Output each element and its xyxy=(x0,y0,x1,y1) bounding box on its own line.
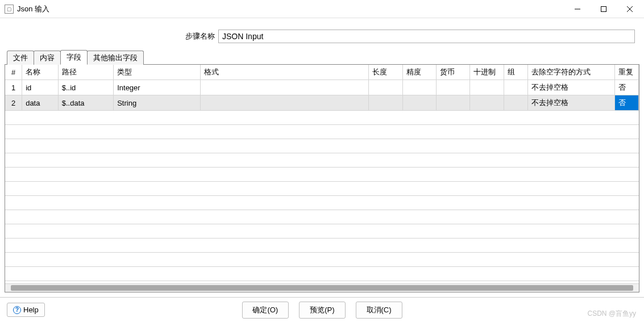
cell-num[interactable]: 1 xyxy=(5,80,22,95)
step-name-row: 步骤名称 xyxy=(5,20,639,51)
table-row[interactable]: 2 data $..data String 不去掉空格 否 xyxy=(5,95,639,111)
header-decimal[interactable]: 十进制 xyxy=(470,65,504,80)
tab-file[interactable]: 文件 xyxy=(7,51,34,65)
title-left: ▢ Json 输入 xyxy=(5,4,49,14)
minimize-button[interactable] xyxy=(564,1,591,18)
table-empty-area[interactable] xyxy=(5,111,639,283)
cell-currency[interactable] xyxy=(436,95,470,111)
cell-type[interactable]: Integer xyxy=(114,80,201,95)
fields-table[interactable]: # 名称 路径 类型 格式 长度 精度 货币 十进制 组 去除空字符的方式 重复… xyxy=(5,65,639,111)
preview-button[interactable]: 预览(P) xyxy=(299,302,345,319)
cell-name[interactable]: data xyxy=(22,95,59,111)
close-icon xyxy=(627,6,633,12)
cell-precision[interactable] xyxy=(402,80,436,95)
cell-path[interactable]: $..data xyxy=(58,95,113,111)
cell-decimal[interactable] xyxy=(470,80,504,95)
cell-group[interactable] xyxy=(504,95,527,111)
header-group[interactable]: 组 xyxy=(504,65,527,80)
maximize-icon xyxy=(601,6,606,12)
app-icon: ▢ xyxy=(5,5,14,14)
ok-button[interactable]: 确定(O) xyxy=(242,302,289,319)
minimize-icon xyxy=(575,6,580,12)
cell-repeat[interactable]: 否 xyxy=(614,95,638,111)
header-precision[interactable]: 精度 xyxy=(402,65,436,80)
tab-strip: 文件 内容 字段 其他输出字段 xyxy=(5,51,639,65)
cell-precision[interactable] xyxy=(402,95,436,111)
cell-format[interactable] xyxy=(200,95,369,111)
cell-currency[interactable] xyxy=(436,80,470,95)
cell-group[interactable] xyxy=(504,80,527,95)
cell-name[interactable]: id xyxy=(22,80,59,95)
table-row[interactable]: 1 id $..id Integer 不去掉空格 否 xyxy=(5,80,639,95)
bottom-bar: ? Help 确定(O) 预览(P) 取消(C) CSDN @盲鱼yy xyxy=(0,297,644,322)
horizontal-scrollbar-thumb[interactable] xyxy=(11,285,633,291)
window-title: Json 输入 xyxy=(17,4,49,14)
horizontal-scrollbar[interactable] xyxy=(5,283,639,292)
dialog-content: 步骤名称 文件 内容 字段 其他输出字段 # 名称 路径 类型 格式 长度 精度… xyxy=(0,18,644,297)
step-name-input[interactable] xyxy=(218,30,635,43)
cell-trim[interactable]: 不去掉空格 xyxy=(527,95,614,111)
title-bar: ▢ Json 输入 xyxy=(0,0,644,18)
help-icon: ? xyxy=(13,306,21,314)
header-trim[interactable]: 去除空字符的方式 xyxy=(527,65,614,80)
cell-trim[interactable]: 不去掉空格 xyxy=(527,80,614,95)
tab-content[interactable]: 内容 xyxy=(34,51,61,65)
header-length[interactable]: 长度 xyxy=(369,65,402,80)
center-buttons: 确定(O) 预览(P) 取消(C) xyxy=(242,302,402,319)
cell-path[interactable]: $..id xyxy=(58,80,113,95)
cell-length[interactable] xyxy=(369,80,402,95)
tab-other-output[interactable]: 其他输出字段 xyxy=(87,51,144,65)
help-label: Help xyxy=(23,306,39,314)
step-name-label: 步骤名称 xyxy=(9,31,215,41)
watermark: CSDN @盲鱼yy xyxy=(587,309,636,319)
cell-num[interactable]: 2 xyxy=(5,95,22,111)
cancel-button[interactable]: 取消(C) xyxy=(356,302,402,319)
header-format[interactable]: 格式 xyxy=(200,65,369,80)
cell-type[interactable]: String xyxy=(114,95,201,111)
close-button[interactable] xyxy=(617,1,643,18)
window-controls xyxy=(564,1,643,18)
fields-table-wrapper: # 名称 路径 类型 格式 长度 精度 货币 十进制 组 去除空字符的方式 重复… xyxy=(5,65,639,292)
header-num[interactable]: # xyxy=(5,65,22,80)
maximize-button[interactable] xyxy=(591,1,617,18)
header-name[interactable]: 名称 xyxy=(22,65,59,80)
svg-rect-1 xyxy=(601,6,606,11)
cell-decimal[interactable] xyxy=(470,95,504,111)
header-path[interactable]: 路径 xyxy=(58,65,113,80)
cell-repeat[interactable]: 否 xyxy=(614,80,638,95)
cell-length[interactable] xyxy=(369,95,402,111)
header-type[interactable]: 类型 xyxy=(114,65,201,80)
header-repeat[interactable]: 重复 xyxy=(614,65,638,80)
cell-format[interactable] xyxy=(200,80,369,95)
header-currency[interactable]: 货币 xyxy=(436,65,470,80)
tab-fields[interactable]: 字段 xyxy=(60,50,88,65)
table-header-row: # 名称 路径 类型 格式 长度 精度 货币 十进制 组 去除空字符的方式 重复 xyxy=(5,65,639,80)
help-button[interactable]: ? Help xyxy=(7,303,45,317)
